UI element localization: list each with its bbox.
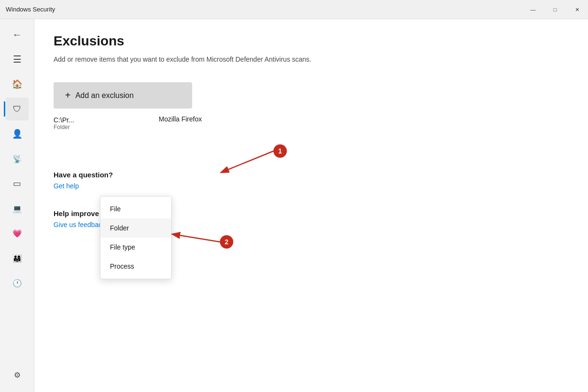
dropdown-item-process[interactable]: Process bbox=[100, 257, 171, 276]
help-section: Have a question? Get help bbox=[54, 171, 569, 190]
sidebar-item-back[interactable]: ← bbox=[6, 23, 29, 46]
home-icon: 🏠 bbox=[12, 79, 22, 89]
settings-icon: ⚙ bbox=[14, 370, 21, 380]
app-title: Windows Security bbox=[6, 6, 55, 13]
shield-icon: 🛡 bbox=[13, 104, 22, 114]
dropdown-item-filetype[interactable]: File type bbox=[100, 238, 171, 257]
dropdown-item-folder[interactable]: Folder bbox=[100, 218, 171, 238]
add-exclusion-label: Add an exclusion bbox=[76, 91, 134, 100]
network-icon: 📡 bbox=[12, 154, 22, 163]
feedback-link[interactable]: Give us feedback bbox=[54, 221, 105, 229]
get-help-link[interactable]: Get help bbox=[54, 182, 79, 190]
sidebar: ← ☰ 🏠 🛡 👤 📡 ▭ 💻 💗 👨‍👩‍👧 🕐 bbox=[0, 19, 34, 392]
sidebar-item-home[interactable]: 🏠 bbox=[6, 73, 29, 96]
history-icon: 🕐 bbox=[12, 279, 22, 288]
annotation-1: 1 bbox=[273, 144, 287, 158]
sidebar-item-family[interactable]: 👨‍👩‍👧 bbox=[6, 247, 29, 270]
family-icon: 👨‍👩‍👧 bbox=[12, 254, 22, 263]
app-container: ← ☰ 🏠 🛡 👤 📡 ▭ 💻 💗 👨‍👩‍👧 🕐 bbox=[0, 19, 588, 392]
dropdown-item-file[interactable]: File bbox=[100, 199, 171, 218]
sidebar-item-shield[interactable]: 🛡 bbox=[6, 98, 29, 120]
exclusion-path-2: Mozilla Firefox bbox=[159, 115, 569, 123]
sidebar-item-app[interactable]: ▭ bbox=[6, 172, 29, 195]
sidebar-item-health[interactable]: 💗 bbox=[6, 222, 29, 245]
close-button[interactable]: ✕ bbox=[566, 0, 588, 19]
sidebar-item-account[interactable]: 👤 bbox=[6, 122, 29, 145]
maximize-button[interactable]: □ bbox=[544, 0, 566, 19]
svg-line-2 bbox=[222, 151, 273, 172]
sidebar-item-device[interactable]: 💻 bbox=[6, 197, 29, 220]
exclusion-dropdown-menu: File Folder File type Process bbox=[100, 196, 172, 279]
page-description: Add or remove items that you want to exc… bbox=[54, 55, 569, 63]
window-controls: — □ ✕ bbox=[522, 0, 588, 19]
titlebar: Windows Security — □ ✕ bbox=[0, 0, 588, 19]
exclusion-type-1: Folder bbox=[54, 124, 569, 131]
app-icon: ▭ bbox=[13, 178, 21, 189]
exclusion-item-firefox: Mozilla Firefox bbox=[159, 115, 569, 123]
sidebar-item-network[interactable]: 📡 bbox=[6, 147, 29, 170]
sidebar-item-menu[interactable]: ☰ bbox=[6, 48, 29, 71]
minimize-button[interactable]: — bbox=[522, 0, 544, 19]
account-icon: 👤 bbox=[12, 129, 22, 139]
page-title: Exclusions bbox=[54, 33, 569, 49]
help-title: Have a question? bbox=[54, 171, 569, 179]
annotation-2: 2 bbox=[220, 235, 233, 249]
sidebar-bottom: ⚙ bbox=[6, 363, 29, 388]
device-icon: 💻 bbox=[12, 204, 22, 213]
add-exclusion-button[interactable]: + Add an exclusion bbox=[54, 82, 192, 109]
svg-line-3 bbox=[173, 234, 220, 242]
plus-icon: + bbox=[65, 90, 71, 101]
menu-icon: ☰ bbox=[13, 54, 22, 65]
back-icon: ← bbox=[12, 29, 22, 40]
main-content: Exclusions Add or remove items that you … bbox=[34, 19, 588, 392]
health-icon: 💗 bbox=[12, 229, 22, 238]
sidebar-item-history[interactable]: 🕐 bbox=[6, 272, 29, 294]
exclusions-list: C:\Pr... Folder Mozilla Firefox bbox=[54, 116, 569, 123]
sidebar-item-settings[interactable]: ⚙ bbox=[6, 363, 29, 386]
